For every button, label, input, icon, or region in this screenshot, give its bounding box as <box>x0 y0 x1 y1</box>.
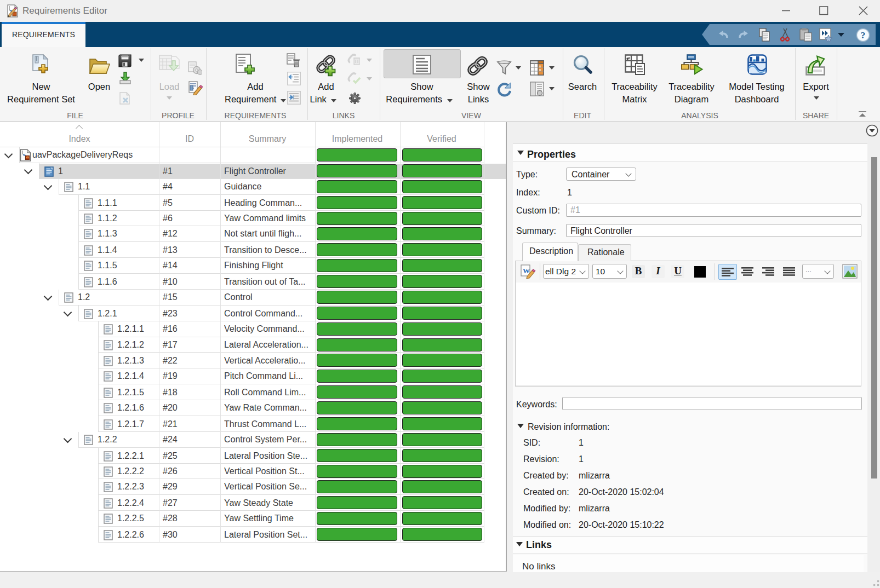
svg-text:W: W <box>523 267 530 275</box>
svg-text:?: ? <box>861 30 866 41</box>
